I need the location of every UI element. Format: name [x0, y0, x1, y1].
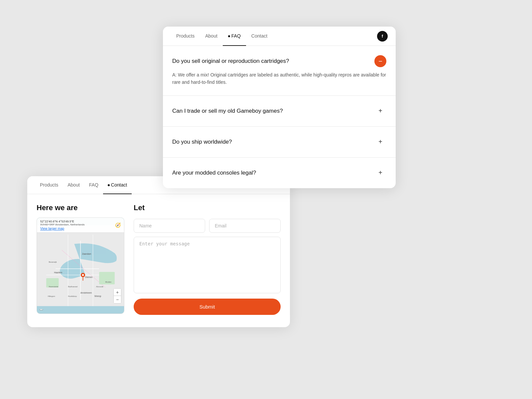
tab-products[interactable]: Products [171, 27, 200, 46]
contact-tab-contact[interactable]: Contact [103, 176, 132, 194]
faq-item-2[interactable]: Can I trade or sell my old Gameboy games… [163, 96, 396, 127]
svg-text:Zaandam: Zaandam [82, 253, 91, 255]
faq-item-header-2: Can I trade or sell my old Gameboy games… [172, 105, 386, 117]
svg-point-23 [82, 274, 84, 276]
zoom-out-button[interactable]: − [114, 296, 121, 303]
active-dot [228, 35, 230, 37]
svg-text:Beverwijk: Beverwijk [49, 261, 57, 263]
faq-expand-4[interactable]: + [374, 167, 386, 179]
faq-expand-3[interactable]: + [374, 136, 386, 148]
svg-text:Muiden: Muiden [105, 281, 111, 283]
name-input[interactable] [134, 219, 205, 233]
faq-question-2: Can I trade or sell my old Gameboy games… [172, 107, 283, 115]
contact-map-section: Here we are [27, 194, 134, 327]
map-address: 9VHW+5RP Amsterdam, Netherlands [40, 223, 84, 226]
faq-question-3: Do you ship worldwide? [172, 138, 232, 146]
form-heading: Let [134, 203, 281, 212]
view-larger-map-link[interactable]: View larger map [40, 227, 84, 230]
faq-item-header-1: Do you sell original or reproduction car… [172, 55, 386, 67]
map-info-bar: 52°22'40.6"N 4°53'49.5"E 9VHW+5RP Amster… [37, 218, 124, 233]
faq-nav-tabs: Products About FAQ Contact f [163, 27, 396, 46]
map-inner: Haarlem Zaandam Beverwijk Heemstede Diem… [37, 218, 124, 314]
tab-about[interactable]: About [200, 27, 223, 46]
svg-text:Hillegom: Hillegom [48, 295, 55, 297]
contact-tab-products[interactable]: Products [35, 176, 63, 194]
contact-card: Products About FAQ Contact Here we are [27, 176, 290, 327]
faq-item-header-4: Are your modded consoles legal? + [172, 167, 386, 179]
svg-text:Badhoeved: Badhoeved [68, 286, 77, 288]
form-name-email-row [134, 219, 281, 233]
faq-item-4[interactable]: Are your modded consoles legal? + [163, 158, 396, 188]
tab-faq[interactable]: FAQ [223, 27, 246, 46]
contact-body: Here we are [27, 194, 290, 327]
svg-text:Haarlem: Haarlem [54, 271, 62, 274]
map-container: Haarlem Zaandam Beverwijk Heemstede Diem… [37, 217, 124, 314]
svg-text:Heemstede: Heemstede [49, 286, 59, 288]
svg-text:Hoofddorp: Hoofddorp [68, 295, 77, 297]
contact-tab-faq[interactable]: FAQ [84, 176, 103, 194]
map-zoom-controls: + − [113, 288, 121, 304]
submit-button[interactable]: Submit [134, 299, 281, 315]
tab-contact[interactable]: Contact [246, 27, 273, 46]
map-scale [40, 309, 43, 310]
faq-card: Products About FAQ Contact f Do you sell… [163, 27, 396, 188]
user-avatar[interactable]: f [377, 31, 388, 42]
faq-item-3[interactable]: Do you ship worldwide? + [163, 127, 396, 158]
contact-active-dot [108, 184, 110, 186]
faq-answer-1: A: We offer a mix! Original cartridges a… [172, 71, 386, 86]
faq-item-1[interactable]: Do you sell original or reproduction car… [163, 46, 396, 96]
message-input[interactable] [134, 237, 281, 293]
map-coordinates: 52°22'40.6"N 4°53'49.5"E [40, 220, 84, 223]
svg-text:Weesp: Weesp [94, 295, 101, 298]
contact-form-section: Let Submit [134, 194, 290, 327]
svg-text:Amstelveen: Amstelveen [80, 292, 92, 294]
faq-question-1: Do you sell original or reproduction car… [172, 57, 289, 65]
contact-tab-about[interactable]: About [63, 176, 84, 194]
faq-expand-2[interactable]: + [374, 105, 386, 117]
map-section-title: Here we are [37, 203, 124, 212]
svg-text:Abcoude: Abcoude [96, 286, 103, 288]
zoom-in-button[interactable]: + [114, 289, 121, 296]
faq-collapse-1[interactable]: − [374, 55, 386, 67]
faq-item-header-3: Do you ship worldwide? + [172, 136, 386, 148]
faq-question-4: Are your modded consoles legal? [172, 169, 256, 177]
directions-icon: 🧭 [115, 222, 121, 228]
faq-content: Do you sell original or reproduction car… [163, 46, 396, 188]
svg-text:Diemen: Diemen [85, 276, 93, 278]
email-input[interactable] [209, 219, 281, 233]
